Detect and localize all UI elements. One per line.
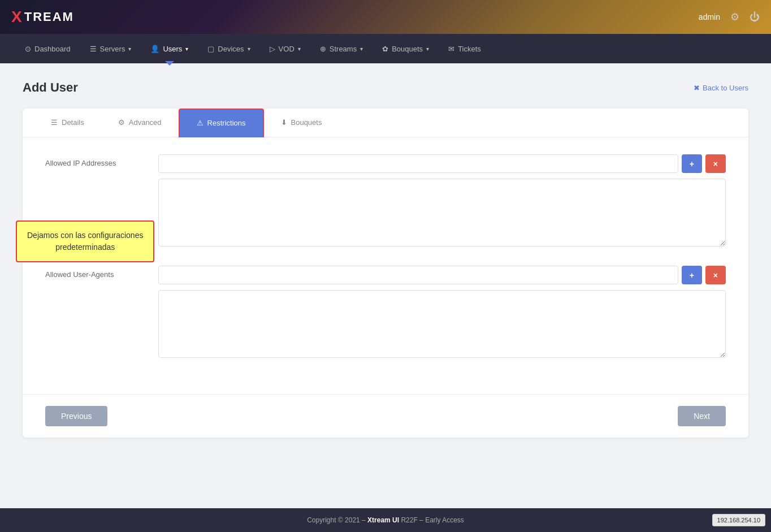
allowed-ua-controls: + × <box>158 266 726 360</box>
page-footer: Copyright © 2021 – Xtream UI R22F – Earl… <box>0 508 771 532</box>
users-icon: 👤 <box>150 45 159 53</box>
allowed-ip-add-btn[interactable]: + <box>682 154 702 173</box>
annotation-line2: predeterminadas <box>55 243 115 252</box>
nav-bouquets-label: Bouquets <box>392 45 423 53</box>
nav-vod[interactable]: ▷ VOD ▾ <box>262 40 309 58</box>
streams-caret: ▾ <box>360 46 363 52</box>
back-label: Back to Users <box>703 84 748 92</box>
allowed-ua-input[interactable] <box>158 266 678 284</box>
tab-details[interactable]: ☰ Details <box>34 109 101 137</box>
tabs-row: ☰ Details ⚙ Advanced ⚠ Restrictions ⬇ Bo… <box>23 109 748 137</box>
nav-streams-label: Streams <box>330 45 357 53</box>
logo: X TREAM <box>11 8 74 26</box>
ip-badge: 192.168.254.10 <box>712 514 765 526</box>
previous-button[interactable]: Previous <box>45 406 107 426</box>
allowed-ua-remove-btn[interactable]: × <box>705 266 726 284</box>
servers-icon: ☰ <box>90 45 97 53</box>
back-icon: ✖ <box>694 84 700 92</box>
devices-icon: ▢ <box>207 45 214 53</box>
logo-x: X <box>11 8 23 26</box>
nav-servers[interactable]: ☰ Servers ▾ <box>82 40 140 58</box>
annotation-line1: Dejamos con las configuraciones <box>27 231 143 240</box>
allowed-ip-input[interactable] <box>158 154 678 173</box>
nav-servers-label: Servers <box>100 45 125 53</box>
nav-right: admin ⚙ ⏻ <box>699 11 760 23</box>
allowed-ua-textarea[interactable] <box>158 290 726 358</box>
top-navbar: X TREAM admin ⚙ ⏻ <box>0 0 771 34</box>
back-to-users-link[interactable]: ✖ Back to Users <box>694 84 748 92</box>
streams-icon: ⊕ <box>320 45 326 53</box>
tab-advanced[interactable]: ⚙ Advanced <box>101 109 179 137</box>
allowed-ua-add-btn[interactable]: + <box>682 266 702 284</box>
tab-restrictions[interactable]: ⚠ Restrictions <box>179 109 264 137</box>
allowed-ua-group: Allowed User-Agents + × <box>45 266 726 360</box>
content-wrapper: Add User ✖ Back to Users ☰ Details ⚙ Adv… <box>0 63 771 508</box>
allowed-ip-label: Allowed IP Addresses <box>45 154 147 167</box>
logo-brand: TREAM <box>24 10 74 24</box>
nav-devices[interactable]: ▢ Devices ▾ <box>200 40 258 58</box>
allowed-ip-input-row: + × <box>158 154 726 173</box>
nav-tickets[interactable]: ✉ Tickets <box>440 40 489 58</box>
tab-bouquets[interactable]: ⬇ Bouquets <box>264 109 339 137</box>
allowed-ip-remove-btn[interactable]: × <box>705 154 726 173</box>
footer-brand: Xtream UI <box>367 516 399 524</box>
bouquets-tab-icon: ⬇ <box>281 118 287 127</box>
footer-version: R22F – Early Access <box>399 516 464 524</box>
allowed-ip-textarea[interactable] <box>158 179 726 246</box>
vod-icon: ▷ <box>270 45 275 53</box>
page-title: Add User <box>23 80 78 95</box>
footer-buttons: Previous Next <box>23 394 748 438</box>
gear-icon[interactable]: ⚙ <box>730 11 739 23</box>
annotation-box: Dejamos con las configuraciones predeter… <box>16 220 154 262</box>
devices-caret: ▾ <box>248 46 250 52</box>
nav-dashboard-label: Dashboard <box>34 45 71 53</box>
admin-username: admin <box>699 12 720 21</box>
advanced-tab-label: Advanced <box>129 118 162 127</box>
nav-vod-label: VOD <box>279 45 294 53</box>
nav-users-label: Users <box>163 45 182 53</box>
nav-devices-label: Devices <box>218 45 244 53</box>
power-icon[interactable]: ⏻ <box>750 11 760 23</box>
main-card: ☰ Details ⚙ Advanced ⚠ Restrictions ⬇ Bo… <box>23 109 748 438</box>
allowed-ip-controls: + × <box>158 154 726 249</box>
allowed-ua-label: Allowed User-Agents <box>45 266 147 279</box>
details-tab-icon: ☰ <box>51 118 58 127</box>
servers-caret: ▾ <box>128 46 131 52</box>
nav-dashboard[interactable]: ⊙ Dashboard <box>17 40 79 58</box>
allowed-ua-input-row: + × <box>158 266 726 284</box>
nav-tickets-label: Tickets <box>458 45 481 53</box>
page-header: Add User ✖ Back to Users <box>23 80 748 95</box>
nav-streams[interactable]: ⊕ Streams ▾ <box>312 40 371 58</box>
bouquets-icon: ✿ <box>382 45 388 53</box>
advanced-tab-icon: ⚙ <box>118 118 125 127</box>
nav-bouquets[interactable]: ✿ Bouquets ▾ <box>374 40 437 58</box>
bouquets-caret: ▾ <box>426 46 429 52</box>
nav-users[interactable]: 👤 Users ▾ <box>142 40 196 58</box>
tickets-icon: ✉ <box>448 45 454 53</box>
vod-caret: ▾ <box>298 46 301 52</box>
dashboard-icon: ⊙ <box>25 45 31 53</box>
restrictions-tab-icon: ⚠ <box>197 119 203 127</box>
users-caret: ▾ <box>185 46 188 52</box>
details-tab-label: Details <box>62 118 84 127</box>
next-button[interactable]: Next <box>678 406 726 426</box>
main-navbar: ⊙ Dashboard ☰ Servers ▾ 👤 Users ▾ ▢ Devi… <box>0 34 771 63</box>
restrictions-tab-label: Restrictions <box>207 119 246 127</box>
bouquets-tab-label: Bouquets <box>291 118 322 127</box>
footer-text: Copyright © 2021 – <box>307 516 367 524</box>
form-content: Allowed IP Addresses + × Allowed User-Ag… <box>23 137 748 394</box>
